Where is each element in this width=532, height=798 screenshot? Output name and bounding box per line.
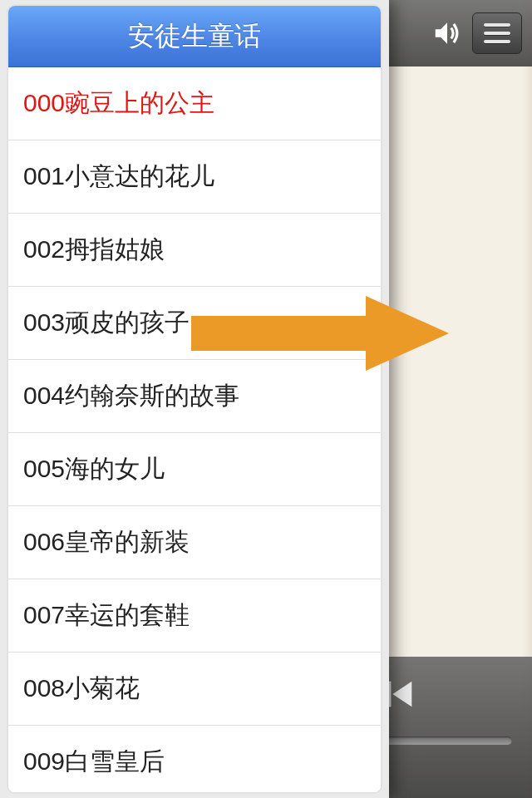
list-item-label: 006皇帝的新装 xyxy=(23,525,190,559)
list-item[interactable]: 007幸运的套鞋 xyxy=(8,579,381,653)
list-item[interactable]: 009白雪皇后 xyxy=(8,726,381,792)
list-item-label: 000豌豆上的公主 xyxy=(23,86,214,121)
list-item-label: 007幸运的套鞋 xyxy=(23,598,190,633)
chapter-sidebar: 安徒生童话 000豌豆上的公主001小意达的花儿002拇指姑娘003顽皮的孩子0… xyxy=(0,0,389,798)
chapter-list[interactable]: 000豌豆上的公主001小意达的花儿002拇指姑娘003顽皮的孩子004约翰奈斯… xyxy=(8,67,381,792)
menu-button[interactable] xyxy=(472,12,522,54)
list-item-label: 003顽皮的孩子 xyxy=(23,306,190,340)
list-item[interactable]: 008小菊花 xyxy=(8,653,381,726)
sidebar-title: 安徒生童话 xyxy=(8,6,381,67)
list-item-label: 002拇指姑娘 xyxy=(23,233,165,267)
sound-icon[interactable] xyxy=(429,15,466,52)
list-item-label: 005海的女儿 xyxy=(23,452,165,486)
list-item-label: 001小意达的花儿 xyxy=(23,160,214,194)
svg-marker-0 xyxy=(436,22,447,43)
list-item-label: 009白雪皇后 xyxy=(23,745,165,779)
svg-marker-2 xyxy=(392,682,411,707)
list-item[interactable]: 006皇帝的新装 xyxy=(8,506,381,579)
list-item-label: 008小菊花 xyxy=(23,672,140,706)
list-item-label: 004约翰奈斯的故事 xyxy=(23,379,239,413)
list-item[interactable]: 003顽皮的孩子 xyxy=(8,287,381,360)
list-item[interactable]: 002拇指姑娘 xyxy=(8,214,381,287)
list-item[interactable]: 000豌豆上的公主 xyxy=(8,67,381,140)
list-item[interactable]: 005海的女儿 xyxy=(8,433,381,506)
list-item[interactable]: 001小意达的花儿 xyxy=(8,140,381,214)
list-item[interactable]: 004约翰奈斯的故事 xyxy=(8,360,381,433)
